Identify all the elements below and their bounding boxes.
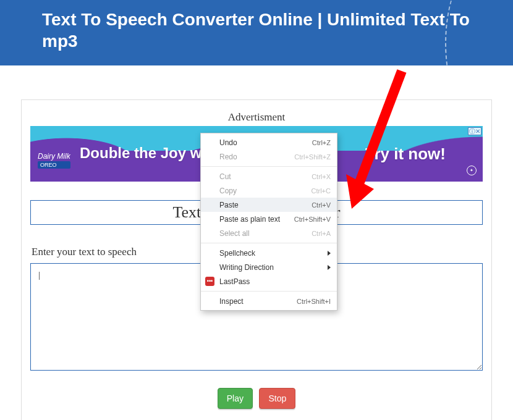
chevron-right-icon (328, 265, 331, 270)
context-menu-shortcut: Ctrl+Z (312, 139, 331, 146)
header-decoration (445, 0, 513, 65)
context-menu-item-copy: CopyCtrl+C (201, 183, 337, 198)
context-menu-shortcut: Ctrl+X (312, 173, 331, 180)
lastpass-icon: ••• (205, 277, 214, 286)
context-menu-item-spellcheck[interactable]: Spellcheck (201, 246, 337, 260)
context-menu-label: Inspect (219, 297, 297, 306)
context-menu-item-paste[interactable]: PasteCtrl+V (201, 198, 337, 212)
stop-button[interactable]: Stop (259, 388, 295, 409)
context-menu-label: Copy (219, 187, 312, 195)
context-menu-shortcut: Ctrl+C (312, 187, 331, 195)
context-menu-label: Writing Direction (219, 263, 328, 272)
ad-brand-logo: Dairy Milk OREO (38, 152, 70, 169)
context-menu[interactable]: UndoCtrl+ZRedoCtrl+Shift+ZCutCtrl+XCopyC… (200, 133, 337, 311)
advertisement-label: Advertisment (30, 111, 483, 124)
context-menu-item-paste-as-plain-text[interactable]: Paste as plain textCtrl+Shift+V (201, 212, 337, 226)
context-menu-shortcut: Ctrl+A (312, 230, 331, 237)
context-menu-shortcut: Ctrl+V (312, 201, 331, 209)
context-menu-label: Select all (219, 229, 312, 238)
play-button[interactable]: Play (218, 388, 253, 409)
context-menu-label: LastPass (219, 277, 331, 286)
context-menu-label: Paste (219, 201, 312, 209)
button-row: Play Stop (30, 388, 483, 409)
context-menu-item-inspect[interactable]: InspectCtrl+Shift+I (201, 294, 337, 308)
page-header: Text To Speech Converter Online | Unlimi… (0, 0, 513, 65)
context-menu-label: Spellcheck (219, 249, 328, 258)
chevron-right-icon (328, 251, 331, 256)
ad-info-close-icon[interactable]: ⓘ✕ (468, 127, 481, 135)
ad-choices-icon[interactable]: ✦ (467, 166, 477, 175)
context-menu-item-cut: CutCtrl+X (201, 169, 337, 183)
context-menu-label: Redo (219, 153, 294, 161)
page-title: Text To Speech Converter Online | Unlimi… (42, 9, 471, 52)
context-menu-separator (201, 291, 337, 292)
context-menu-label: Cut (219, 172, 312, 181)
context-menu-shortcut: Ctrl+Shift+Z (294, 153, 331, 161)
context-menu-separator (201, 166, 337, 167)
context-menu-item-undo[interactable]: UndoCtrl+Z (201, 135, 337, 149)
context-menu-label: Paste as plain text (219, 215, 294, 224)
context-menu-item-writing-direction[interactable]: Writing Direction (201, 260, 337, 274)
ad-headline-left: Double the Joy w (80, 145, 201, 162)
context-menu-shortcut: Ctrl+Shift+V (294, 216, 331, 223)
context-menu-shortcut: Ctrl+Shift+I (297, 298, 331, 305)
context-menu-item-select-all: Select allCtrl+A (201, 226, 337, 240)
context-menu-separator (201, 243, 337, 243)
context-menu-item-lastpass[interactable]: •••LastPass (201, 274, 337, 288)
context-menu-item-redo: RedoCtrl+Shift+Z (201, 149, 337, 164)
context-menu-label: Undo (219, 138, 312, 147)
ad-headline-right: Try it now! (365, 145, 446, 164)
